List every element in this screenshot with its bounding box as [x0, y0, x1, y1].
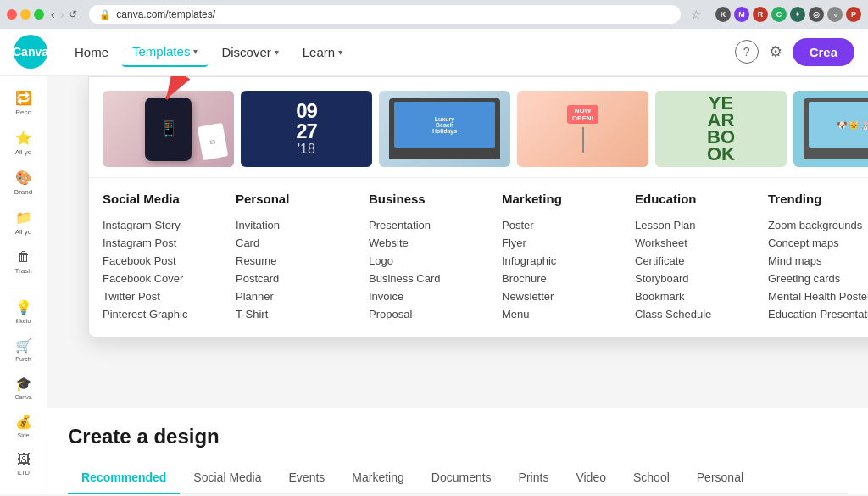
create-button[interactable]: Crea: [793, 38, 854, 66]
maximize-button[interactable]: [34, 9, 44, 20]
item-concept-maps[interactable]: Concept maps: [768, 234, 868, 252]
item-bookmark[interactable]: Bookmark: [635, 287, 768, 305]
sidebar-item-brand[interactable]: 🎨 Brand: [0, 163, 47, 203]
item-menu[interactable]: Menu: [502, 305, 635, 323]
sidebar-item-purch[interactable]: 🛒 Purch: [0, 331, 47, 369]
item-worksheet[interactable]: Worksheet: [635, 234, 768, 252]
item-facebook-post[interactable]: Facebook Post: [103, 252, 236, 270]
sidebar-label-trash: Trash: [14, 267, 31, 275]
sidebar-item-workshop[interactable]: 🎓 Canva: [0, 369, 47, 407]
item-infographic[interactable]: Infographic: [502, 252, 635, 270]
tab-marketing[interactable]: Marketing: [338, 462, 417, 494]
item-poster[interactable]: Poster: [502, 216, 635, 234]
col-title-personal: Personal: [236, 192, 369, 206]
item-proposal[interactable]: Proposal: [369, 305, 502, 323]
item-newsletter[interactable]: Newsletter: [502, 287, 635, 305]
ext-icon-7[interactable]: ⬦: [827, 7, 843, 22]
col-title-education: Education: [635, 192, 768, 206]
item-tshirt[interactable]: T-Shirt: [236, 305, 369, 323]
ext-icon-8[interactable]: P: [846, 7, 861, 22]
minimize-button[interactable]: [20, 9, 31, 20]
sidebar-label-sidehustle: Side: [17, 432, 29, 438]
item-card[interactable]: Card: [236, 234, 369, 252]
tab-social-media[interactable]: Social Media: [180, 462, 275, 494]
col-title-business: Business: [369, 192, 502, 206]
dropdown-columns: Social Media Instagram Story Instagram P…: [89, 178, 868, 337]
item-greeting-cards[interactable]: Greeting cards: [768, 270, 868, 287]
nav-templates[interactable]: Templates ▾: [122, 37, 208, 67]
item-mental-health-posters[interactable]: Mental Health Posters: [768, 287, 868, 305]
date-card: 0927 '18: [287, 92, 326, 165]
col-education: Education Lesson Plan Worksheet Certific…: [635, 192, 768, 323]
window-controls[interactable]: [7, 9, 44, 20]
close-button[interactable]: [7, 9, 17, 20]
brand-icon: 🎨: [15, 170, 32, 186]
item-class-schedule[interactable]: Class Schedule: [635, 305, 768, 323]
sidebar: 🔁 Reco ⭐ All yo 🎨 Brand 📁 All yo 🗑 Trash…: [0, 76, 47, 494]
item-website[interactable]: Website: [369, 234, 502, 252]
ext-icon-3[interactable]: R: [753, 7, 768, 22]
reload-button[interactable]: ↺: [69, 8, 77, 20]
col-business: Business Presentation Website Logo Busin…: [369, 192, 502, 323]
item-resume[interactable]: Resume: [236, 252, 369, 270]
tab-personal[interactable]: Personal: [683, 462, 757, 494]
help-button[interactable]: ?: [735, 40, 759, 64]
item-lesson-plan[interactable]: Lesson Plan: [635, 216, 768, 234]
tab-school[interactable]: School: [620, 462, 683, 494]
item-planner[interactable]: Planner: [236, 287, 369, 305]
nav-discover[interactable]: Discover ▾: [211, 38, 288, 66]
nav-learn[interactable]: Learn ▾: [292, 38, 353, 66]
ext-icon-6[interactable]: ◎: [809, 7, 824, 22]
item-invoice[interactable]: Invoice: [369, 287, 502, 305]
item-zoom-backgrounds[interactable]: Zoom backgrounds: [768, 216, 868, 234]
item-certificate[interactable]: Certificate: [635, 252, 768, 270]
ext-icon-5[interactable]: ✦: [790, 7, 805, 22]
back-button[interactable]: ‹: [51, 8, 55, 21]
tab-documents[interactable]: Documents: [418, 462, 505, 494]
sidebar-item-recent[interactable]: 🔁 Reco: [0, 83, 47, 123]
header-right: ? ⚙ Crea: [735, 38, 854, 66]
item-instagram-story[interactable]: Instagram Story: [103, 216, 236, 234]
address-bar[interactable]: 🔒 canva.com/templates/: [89, 5, 681, 24]
item-instagram-post[interactable]: Instagram Post: [103, 234, 236, 252]
sidebar-item-allyours[interactable]: ⭐ All yo: [0, 123, 47, 163]
tab-video[interactable]: Video: [562, 462, 620, 494]
url-display: canva.com/templates/: [116, 8, 215, 20]
item-storyboard[interactable]: Storyboard: [635, 270, 768, 287]
item-mind-maps[interactable]: Mind maps: [768, 252, 868, 270]
sidebar-divider: [7, 287, 40, 287]
tab-recommended[interactable]: Recommended: [68, 462, 180, 494]
ext-icon-4[interactable]: C: [771, 7, 787, 22]
canva-logo: Canva: [14, 35, 47, 69]
sidebar-item-all2[interactable]: 📁 All yo: [0, 203, 47, 242]
item-postcard[interactable]: Postcard: [236, 270, 369, 287]
sidebar-item-iltd[interactable]: 🖼 ILTD: [0, 445, 47, 482]
ext-icon-1[interactable]: K: [715, 7, 731, 22]
item-business-card[interactable]: Business Card: [369, 270, 502, 287]
forward-button[interactable]: ›: [60, 8, 64, 21]
iltd-icon: 🖼: [17, 452, 31, 467]
bookmark-icon[interactable]: ☆: [691, 8, 702, 21]
item-flyer[interactable]: Flyer: [502, 234, 635, 252]
sidebar-item-trash[interactable]: 🗑 Trash: [0, 242, 47, 281]
item-logo[interactable]: Logo: [369, 252, 502, 270]
sidebar-item-ilike[interactable]: 💡 iliketo: [0, 293, 47, 331]
col-title-marketing: Marketing: [502, 192, 635, 206]
item-brochure[interactable]: Brochure: [502, 270, 635, 287]
item-twitter-post[interactable]: Twitter Post: [103, 287, 236, 305]
sidebar-item-sidehustle[interactable]: 💰 Side: [0, 407, 47, 445]
item-presentation[interactable]: Presentation: [369, 216, 502, 234]
tab-prints[interactable]: Prints: [505, 462, 563, 494]
yearbook-text: YEARBOOK: [707, 95, 735, 162]
item-education-presentation[interactable]: Education Presentati...: [768, 305, 868, 323]
col-title-social: Social Media: [103, 192, 236, 206]
item-pinterest-graphic[interactable]: Pinterest Graphic: [103, 305, 236, 323]
nav-home[interactable]: Home: [64, 38, 119, 66]
item-invitation[interactable]: Invitation: [236, 216, 369, 234]
item-facebook-cover[interactable]: Facebook Cover: [103, 270, 236, 287]
tab-events[interactable]: Events: [275, 462, 339, 494]
settings-button[interactable]: ⚙: [769, 42, 782, 61]
workshop-icon: 🎓: [15, 376, 32, 392]
col-social-media: Social Media Instagram Story Instagram P…: [103, 192, 236, 323]
ext-icon-2[interactable]: M: [734, 7, 749, 22]
